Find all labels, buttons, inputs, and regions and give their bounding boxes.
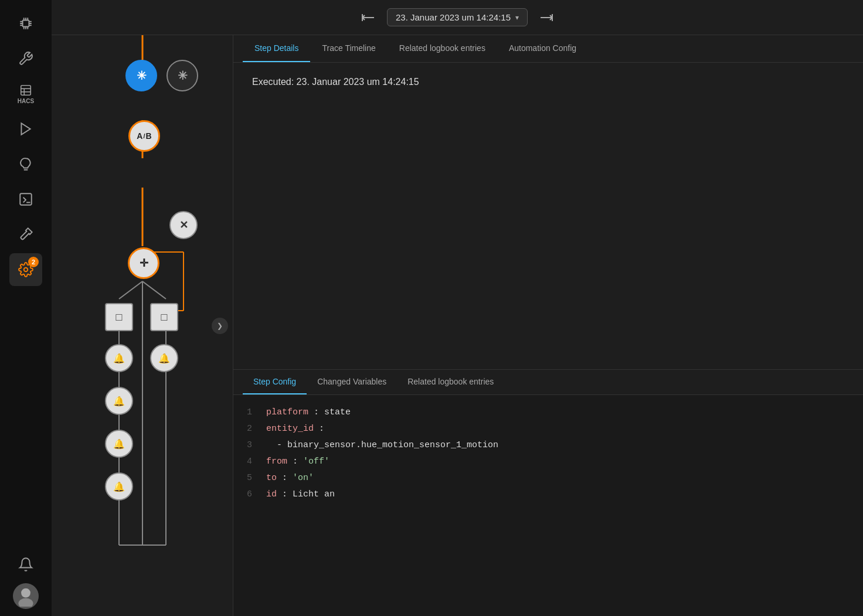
executed-label: Executed: 23. Januar 2023 um 14:24:15 [252,77,844,87]
top-bar: 23. Januar 2023 um 14:24:15 ▾ [52,0,863,35]
code-val-1: state [324,407,351,417]
content-area: ✳ ✳ A/B ✕ ✛ □ [52,35,863,616]
sidebar-item-bell[interactable] [9,548,42,581]
sidebar-item-bulb[interactable] [9,148,42,181]
node-ab[interactable]: A/B [128,120,160,152]
sidebar-item-play[interactable] [9,113,42,145]
code-sep-5: : [282,473,293,483]
next-arrow-button[interactable] [537,8,556,27]
code-key-1: platform [266,407,308,417]
flow-panel: ✳ ✳ A/B ✕ ✛ □ [52,35,233,616]
code-line-1: 1 platform : state [233,404,863,421]
code-line-4: 4 from : 'off' [233,454,863,470]
line-num-6: 6 [233,488,257,502]
tab-trace-timeline[interactable]: Trace Timeline [310,35,387,62]
sidebar-item-gear[interactable]: 2 [9,253,42,286]
tab-step-config[interactable]: Step Config [243,370,307,394]
code-val-6: Licht an [293,489,335,499]
code-line-5: 5 to : 'on' [233,470,863,486]
line-num-2: 2 [233,422,257,436]
code-indent-3: - [266,440,287,450]
node-square-2[interactable]: □ [150,303,178,331]
code-val-3: binary_sensor.hue_motion_sensor_1_motion [287,440,498,450]
datetime-label: 23. Januar 2023 um 14:24:15 [396,12,511,22]
tab-automation-config[interactable]: Automation Config [497,35,588,62]
node-star-1[interactable]: ✳ [125,60,157,91]
collapse-button[interactable]: ❯ [212,318,228,334]
svg-line-30 [142,281,166,299]
sidebar: HACS 2 [0,0,52,616]
node-bell-1[interactable]: 🔔 [105,344,133,372]
code-key-2: entity_id [266,424,314,434]
line-num-4: 4 [233,455,257,469]
line-num-5: 5 [233,471,257,485]
code-line-6: 6 id : Licht an [233,486,863,503]
code-sep-4: : [293,457,303,467]
code-line-2: 2 entity_id : [233,421,863,437]
main-panel: 23. Januar 2023 um 14:24:15 ▾ [52,0,863,616]
code-display: 1 platform : state 2 entity_id : [233,395,863,616]
code-val-5: 'on' [293,473,314,483]
bottom-tabs-bar: Step Config Changed Variables Related lo… [233,370,863,395]
tab-step-details[interactable]: Step Details [243,35,310,62]
svg-line-29 [119,281,142,299]
code-line-3: 3 - binary_sensor.hue_motion_sensor_1_mo… [233,437,863,454]
detail-top-content: Executed: 23. Januar 2023 um 14:24:15 [233,63,863,370]
node-bell-5[interactable]: 🔔 [105,472,133,501]
code-key-4: from [266,457,287,467]
code-key-6: id [266,489,277,499]
code-sep-2: : [319,424,324,434]
chevron-down-icon: ▾ [515,13,519,22]
node-bell-2[interactable]: 🔔 [150,344,178,372]
svg-marker-17 [21,123,30,135]
node-bell-4[interactable]: 🔔 [105,430,133,458]
sidebar-item-terminal[interactable] [9,183,42,216]
node-move[interactable]: ✛ [128,247,159,279]
node-x[interactable]: ✕ [169,211,198,239]
sidebar-item-settings[interactable] [9,42,42,75]
sidebar-item-hammer[interactable] [9,218,42,251]
datetime-dropdown[interactable]: 23. Januar 2023 um 14:24:15 ▾ [387,8,528,26]
node-square-1[interactable]: □ [105,303,133,331]
tab-changed-variables[interactable]: Changed Variables [307,370,397,394]
svg-point-20 [24,268,28,272]
code-val-4: 'off' [303,457,329,467]
detail-panel: Step Details Trace Timeline Related logb… [233,35,863,616]
code-sep-6: : [282,489,293,499]
svg-point-22 [18,598,33,607]
line-num-3: 3 [233,438,257,452]
tab-related-logbook-bottom[interactable]: Related logbook entries [397,370,504,394]
svg-rect-0 [23,21,29,27]
chevron-right-icon: ❯ [217,322,223,330]
user-avatar[interactable] [13,583,39,609]
code-sep-1: : [314,407,324,417]
hacs-label: HACS [18,98,34,104]
code-key-5: to [266,473,277,483]
tab-related-logbook[interactable]: Related logbook entries [388,35,497,62]
line-num-1: 1 [233,406,257,420]
top-tabs-bar: Step Details Trace Timeline Related logb… [233,35,863,63]
sidebar-item-chip[interactable] [9,7,42,40]
detail-bottom: Step Config Changed Variables Related lo… [233,370,863,616]
node-star-2[interactable]: ✳ [167,60,198,91]
svg-rect-13 [21,85,31,95]
prev-arrow-button[interactable] [359,8,378,27]
node-bell-3[interactable]: 🔔 [105,387,133,415]
gear-badge: 2 [28,257,39,267]
svg-point-21 [21,588,30,598]
sidebar-item-hacs[interactable]: HACS [9,77,42,110]
